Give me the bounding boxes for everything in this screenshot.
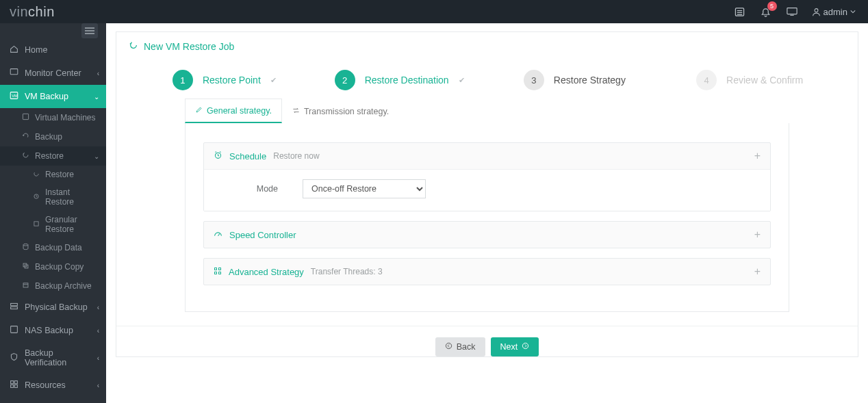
page-title: New VM Restore Job: [144, 41, 234, 52]
copy-icon: [22, 262, 29, 272]
tab-body: Schedule Restore now + Mode Once-off Res…: [185, 123, 789, 312]
sidebar-item-resources[interactable]: Resources ‹: [0, 374, 106, 397]
alarm-icon: [214, 151, 222, 161]
restore-icon: [22, 151, 29, 161]
sidebar-item-nas-backup[interactable]: NAS Backup ‹: [0, 319, 106, 342]
svg-rect-26: [11, 385, 14, 387]
check-icon: ✔: [270, 76, 277, 85]
sidebar-toggle-button[interactable]: [81, 23, 98, 38]
step-number: 4: [696, 70, 717, 90]
mode-select[interactable]: Once-off Restore: [303, 179, 426, 198]
sidebar-sub-label: Backup Copy: [35, 262, 84, 272]
svg-rect-30: [215, 268, 217, 270]
nas-icon: [10, 325, 18, 336]
sidebar-sub-backup-data[interactable]: Backup Data: [0, 238, 106, 257]
tab-label: Transmission strategy.: [304, 107, 389, 116]
back-button[interactable]: Back: [435, 337, 485, 356]
advanced-header[interactable]: Advanced Strategy Transfer Threads: 3 +: [204, 259, 770, 285]
sidebar-sub-label: Backup: [35, 132, 62, 142]
wizard-step-1[interactable]: 1 Restore Point ✔: [137, 64, 312, 96]
sidebar-sub-restore[interactable]: Restore ⌄: [0, 146, 106, 166]
svg-rect-13: [23, 114, 28, 119]
list-icon[interactable]: [734, 5, 746, 18]
chevron-down-icon: ⌄: [94, 153, 99, 160]
check-icon: ✔: [459, 76, 465, 85]
tab-transmission-strategy[interactable]: Transmission strategy.: [282, 99, 399, 123]
svg-rect-19: [23, 283, 28, 287]
schedule-header[interactable]: Schedule Restore now +: [204, 143, 770, 169]
svg-rect-15: [34, 222, 38, 226]
restore-icon: [129, 40, 138, 52]
sidebar-sub2-instant-restore[interactable]: Instant Restore: [0, 183, 106, 211]
vm-list-icon: [22, 113, 29, 122]
sidebar-label: Physical Backup: [25, 302, 88, 312]
sidebar-item-vm-backup[interactable]: VM VM Backup ⌄: [0, 85, 106, 108]
next-button[interactable]: Next: [491, 337, 539, 356]
pencil-icon: [195, 106, 203, 116]
home-icon: [10, 44, 18, 55]
sidebar-sub-label: Backup Archive: [35, 281, 92, 291]
sidebar-sub-virtual-machines[interactable]: Virtual Machines: [0, 108, 106, 127]
plus-icon: +: [754, 265, 761, 278]
vm-icon: VM: [10, 91, 18, 102]
sidebar-item-physical-backup[interactable]: Physical Backup ‹: [0, 296, 106, 319]
shield-icon: [10, 352, 18, 363]
schedule-body: Mode Once-off Restore: [204, 169, 770, 211]
sidebar-item-backup-verification[interactable]: Backup Verification ‹: [0, 342, 106, 374]
svg-rect-27: [14, 385, 17, 387]
data-icon: [22, 243, 29, 252]
sidebar-sub-label: Virtual Machines: [35, 113, 96, 122]
sidebar-sub2-label: Instant Restore: [45, 187, 99, 207]
sidebar-label: Home: [25, 45, 47, 55]
schedule-title: Schedule: [229, 151, 266, 161]
svg-point-34: [446, 343, 451, 348]
plus-icon: +: [754, 229, 761, 241]
tab-label: General strategy.: [207, 106, 272, 116]
server-icon: [10, 302, 18, 313]
wizard-step-2[interactable]: 2 Restore Destination ✔: [312, 64, 487, 96]
sidebar-label: Backup Verification: [25, 348, 91, 367]
wizard-steps: 1 Restore Point ✔ 2 Restore Destination …: [116, 60, 858, 96]
chevron-left-icon: ‹: [97, 304, 99, 311]
main-area: Home Monitor Center ‹ VM VM Backup ⌄ Vir…: [0, 23, 868, 403]
sidebar-sub-backup[interactable]: Backup: [0, 127, 106, 146]
tab-general-strategy[interactable]: General strategy.: [185, 99, 282, 123]
sidebar-sub2-label: Restore: [45, 170, 74, 179]
sidebar-item-system[interactable]: System ‹: [0, 397, 106, 403]
sidebar-item-home[interactable]: Home: [0, 38, 106, 62]
step-label: Restore Strategy: [554, 75, 626, 86]
chevron-down-icon: ⌄: [94, 93, 99, 101]
schedule-hint: Restore now: [273, 151, 319, 161]
speed-header[interactable]: Speed Controller +: [204, 222, 770, 248]
grid-icon: [214, 267, 222, 277]
transfer-icon: [292, 107, 300, 116]
user-label: admin: [824, 7, 847, 17]
sidebar-sub-backup-copy[interactable]: Backup Copy: [0, 257, 106, 276]
monitor-icon[interactable]: [786, 5, 798, 18]
menu-icon: [85, 27, 94, 34]
sidebar-sub-label: Restore: [35, 151, 64, 161]
user-menu[interactable]: admin: [812, 7, 856, 17]
advanced-section: Advanced Strategy Transfer Threads: 3 +: [203, 258, 771, 285]
chevron-left-icon: ‹: [97, 354, 99, 362]
notification-bell-icon[interactable]: 5: [760, 5, 772, 18]
sidebar-toggle-row: [0, 23, 106, 38]
sidebar-label: Monitor Center: [25, 68, 81, 78]
grid-icon: [10, 380, 18, 391]
svg-point-16: [23, 244, 28, 246]
sidebar-label: NAS Backup: [25, 326, 73, 335]
arrow-left-icon: [445, 342, 452, 352]
wizard-panel: New VM Restore Job 1 Restore Point ✔ 2 R…: [116, 31, 858, 357]
instant-icon: [33, 192, 40, 202]
sidebar-sub2-granular-restore[interactable]: Granular Restore: [0, 211, 106, 238]
sidebar-sub2-restore[interactable]: Restore: [0, 166, 106, 183]
sidebar-sub2-label: Granular Restore: [45, 215, 99, 234]
wizard-step-4: 4 Review & Confirm: [662, 64, 837, 96]
monitor-center-icon: [10, 68, 18, 79]
sidebar-sub-backup-archive[interactable]: Backup Archive: [0, 276, 106, 296]
sidebar-item-monitor[interactable]: Monitor Center ‹: [0, 62, 106, 85]
svg-rect-21: [11, 303, 18, 305]
svg-rect-25: [14, 381, 17, 384]
sidebar-label: Resources: [25, 380, 66, 390]
svg-rect-23: [11, 326, 18, 333]
